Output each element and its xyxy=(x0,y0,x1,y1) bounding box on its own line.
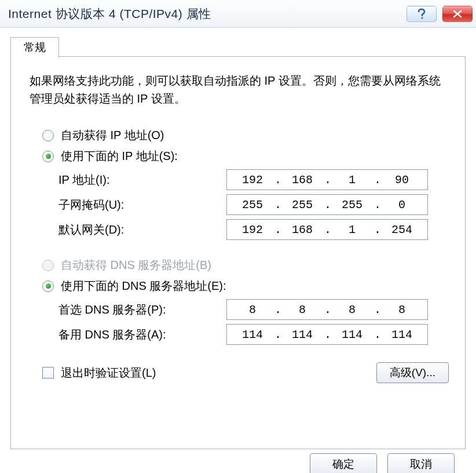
intro-text: 如果网络支持此功能，则可以获取自动指派的 IP 设置。否则，您需要从网络系统管理… xyxy=(27,72,449,108)
octet[interactable]: 192 xyxy=(230,173,274,187)
octet[interactable]: 114 xyxy=(380,328,424,341)
radio-label: 自动获得 IP 地址(O) xyxy=(61,128,164,143)
validate-checkbox-row[interactable]: 退出时验证设置(L) xyxy=(42,365,156,381)
bottom-row: 退出时验证设置(L) 高级(V)... xyxy=(42,362,449,383)
radio-dns-auto: 自动获得 DNS 服务器地址(B) xyxy=(42,257,449,273)
dns-group: 自动获得 DNS 服务器地址(B) 使用下面的 DNS 服务器地址(E): 首选… xyxy=(42,257,449,345)
dialog-footer: 确定 取消 xyxy=(310,453,455,473)
ip-group: 自动获得 IP 地址(O) 使用下面的 IP 地址(S): IP 地址(I): … xyxy=(42,128,449,240)
octet[interactable]: 8 xyxy=(330,303,374,316)
radio-icon xyxy=(42,260,54,271)
radio-icon xyxy=(42,151,54,162)
svg-point-0 xyxy=(422,17,423,19)
close-icon xyxy=(452,9,463,19)
field-label: 默认网关(D): xyxy=(58,222,226,238)
octet[interactable]: 254 xyxy=(380,223,424,237)
row-alternate-dns: 备用 DNS 服务器(A): 114. 114. 114. 114 xyxy=(58,324,449,345)
cancel-button[interactable]: 取消 xyxy=(387,453,455,473)
content-area: 常规 如果网络支持此功能，则可以获取自动指派的 IP 设置。否则，您需要从网络系… xyxy=(0,28,476,449)
alternate-dns-input[interactable]: 114. 114. 114. 114 xyxy=(226,324,428,345)
window-title: Internet 协议版本 4 (TCP/IPv4) 属性 xyxy=(8,6,401,22)
help-icon xyxy=(416,8,427,20)
preferred-dns-input[interactable]: 8. 8. 8. 8 xyxy=(226,299,428,320)
field-label: IP 地址(I): xyxy=(58,172,226,188)
octet[interactable]: 168 xyxy=(280,173,324,187)
field-label: 子网掩码(U): xyxy=(58,197,226,213)
ok-button[interactable]: 确定 xyxy=(310,453,377,473)
radio-icon xyxy=(42,281,54,292)
row-preferred-dns: 首选 DNS 服务器(P): 8. 8. 8. 8 xyxy=(58,299,449,320)
field-label: 备用 DNS 服务器(A): xyxy=(58,327,226,343)
octet[interactable]: 168 xyxy=(280,223,324,237)
titlebar: Internet 协议版本 4 (TCP/IPv4) 属性 xyxy=(0,0,476,28)
row-ip-address: IP 地址(I): 192. 168. 1. 90 xyxy=(58,169,449,190)
checkbox-icon xyxy=(42,367,54,379)
close-button[interactable] xyxy=(442,6,473,22)
ip-address-input[interactable]: 192. 168. 1. 90 xyxy=(226,169,428,190)
octet[interactable]: 255 xyxy=(230,198,274,212)
tab-strip: 常规 xyxy=(10,34,466,57)
octet[interactable]: 255 xyxy=(330,198,374,212)
octet[interactable]: 0 xyxy=(380,198,424,212)
octet[interactable]: 1 xyxy=(330,173,374,187)
row-subnet-mask: 子网掩码(U): 255. 255. 255. 0 xyxy=(58,194,449,215)
row-default-gateway: 默认网关(D): 192. 168. 1. 254 xyxy=(58,219,449,240)
radio-ip-auto[interactable]: 自动获得 IP 地址(O) xyxy=(42,128,449,143)
octet[interactable]: 8 xyxy=(230,303,274,316)
octet[interactable]: 255 xyxy=(280,198,324,212)
octet[interactable]: 8 xyxy=(280,303,324,316)
octet[interactable]: 114 xyxy=(330,328,374,341)
octet[interactable]: 1 xyxy=(330,223,374,237)
checkbox-label: 退出时验证设置(L) xyxy=(61,365,156,381)
default-gateway-input[interactable]: 192. 168. 1. 254 xyxy=(226,219,428,240)
subnet-mask-input[interactable]: 255. 255. 255. 0 xyxy=(226,194,428,215)
advanced-button[interactable]: 高级(V)... xyxy=(376,362,449,383)
tab-panel: 如果网络支持此功能，则可以获取自动指派的 IP 设置。否则，您需要从网络系统管理… xyxy=(10,56,466,449)
field-label: 首选 DNS 服务器(P): xyxy=(58,302,226,318)
radio-label: 使用下面的 DNS 服务器地址(E): xyxy=(61,278,226,294)
tab-general[interactable]: 常规 xyxy=(10,37,59,58)
octet[interactable]: 114 xyxy=(230,328,274,341)
radio-dns-manual[interactable]: 使用下面的 DNS 服务器地址(E): xyxy=(42,278,449,294)
radio-label: 自动获得 DNS 服务器地址(B) xyxy=(61,257,211,273)
help-button[interactable] xyxy=(407,6,437,22)
radio-label: 使用下面的 IP 地址(S): xyxy=(61,148,178,164)
radio-icon xyxy=(42,130,54,141)
octet[interactable]: 90 xyxy=(380,173,424,187)
radio-ip-manual[interactable]: 使用下面的 IP 地址(S): xyxy=(42,148,449,164)
octet[interactable]: 114 xyxy=(280,328,324,341)
octet[interactable]: 8 xyxy=(380,303,424,316)
octet[interactable]: 192 xyxy=(230,223,274,237)
